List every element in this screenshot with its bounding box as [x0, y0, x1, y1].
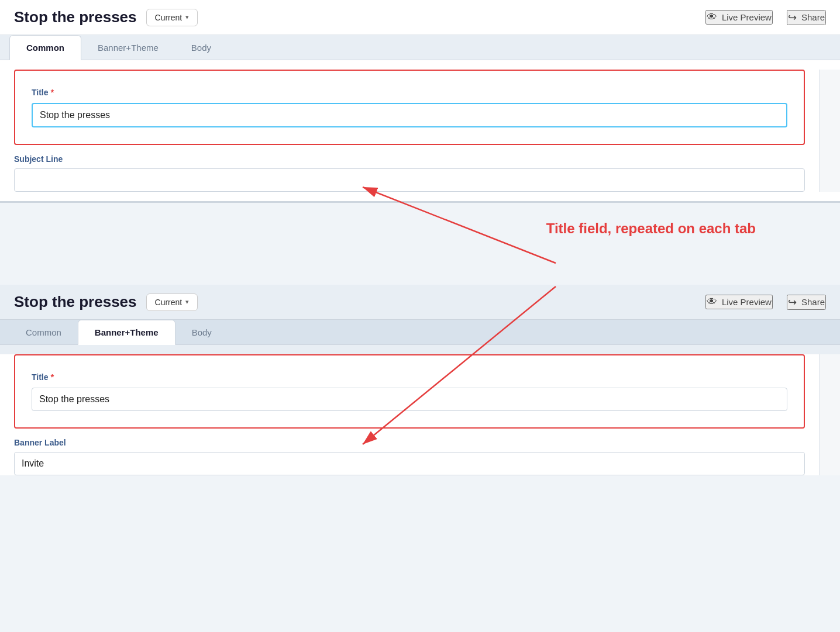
- tab-common-1[interactable]: Common: [9, 35, 81, 60]
- annotation-section: Title field, repeated on each tab: [0, 203, 840, 285]
- panel-1: Stop the presses Current ▾ 👁 Live Previe…: [0, 0, 840, 203]
- header-right-2: 👁 Live Preview ↪ Share: [705, 295, 826, 310]
- required-star-2: *: [51, 372, 54, 382]
- title-form-area-1: Title *: [14, 70, 805, 145]
- eye-icon-2: 👁: [707, 296, 717, 308]
- eye-icon-1: 👁: [707, 11, 717, 23]
- version-dropdown-1[interactable]: Current ▾: [146, 9, 198, 26]
- share-icon-1: ↪: [788, 11, 797, 24]
- live-preview-label-1: Live Preview: [722, 12, 772, 22]
- panel-2-header: Stop the presses Current ▾ 👁 Live Previe…: [0, 285, 840, 320]
- banner-label-label: Banner Label: [14, 438, 805, 447]
- tab-body-1[interactable]: Body: [175, 36, 228, 60]
- share-button-2[interactable]: ↪ Share: [787, 295, 826, 310]
- header-right-1: 👁 Live Preview ↪ Share: [705, 10, 826, 25]
- subject-input-1[interactable]: [14, 168, 805, 192]
- tab-banner-theme-1[interactable]: Banner+Theme: [81, 36, 175, 60]
- page-title-1: Stop the presses: [14, 8, 137, 26]
- share-icon-2: ↪: [788, 296, 797, 309]
- version-label-2: Current: [155, 298, 183, 307]
- tabs-bar-1: Common Banner+Theme Body: [0, 35, 840, 60]
- subject-section-1: Subject Line: [14, 154, 805, 192]
- title-form-area-2: Title *: [14, 354, 805, 429]
- live-preview-button-2[interactable]: 👁 Live Preview: [705, 295, 773, 309]
- tab-banner-theme-2[interactable]: Banner+Theme: [78, 320, 175, 345]
- title-input-2[interactable]: [32, 388, 787, 411]
- sidebar-strip-1: [819, 70, 840, 192]
- full-page: Stop the presses Current ▾ 👁 Live Previe…: [0, 0, 840, 632]
- title-label-2: Title *: [32, 372, 787, 382]
- live-preview-label-2: Live Preview: [722, 297, 772, 307]
- panel-2: Stop the presses Current ▾ 👁 Live Previe…: [0, 285, 840, 475]
- chevron-down-icon-1: ▾: [185, 13, 189, 21]
- version-dropdown-2[interactable]: Current ▾: [146, 293, 198, 311]
- panel-1-header: Stop the presses Current ▾ 👁 Live Previe…: [0, 0, 840, 35]
- chevron-down-icon-2: ▾: [185, 298, 189, 306]
- version-label-1: Current: [155, 13, 183, 22]
- sidebar-strip-2: [819, 354, 840, 475]
- title-input-1[interactable]: [32, 103, 787, 127]
- banner-label-input[interactable]: [14, 452, 805, 475]
- share-label-2: Share: [801, 297, 825, 307]
- tab-common-2[interactable]: Common: [9, 320, 78, 344]
- tab-body-2[interactable]: Body: [175, 320, 228, 344]
- share-button-1[interactable]: ↪ Share: [787, 10, 826, 25]
- share-label-1: Share: [801, 12, 825, 22]
- page-title-2: Stop the presses: [14, 293, 137, 311]
- tabs-bar-2: Common Banner+Theme Body: [0, 320, 840, 345]
- live-preview-button-1[interactable]: 👁 Live Preview: [705, 10, 773, 25]
- annotation-text: Title field, repeated on each tab: [546, 220, 756, 237]
- banner-label-section: Banner Label: [14, 438, 805, 475]
- title-label-1: Title *: [32, 87, 787, 97]
- subject-label-1: Subject Line: [14, 154, 805, 164]
- required-star-1: *: [51, 87, 54, 97]
